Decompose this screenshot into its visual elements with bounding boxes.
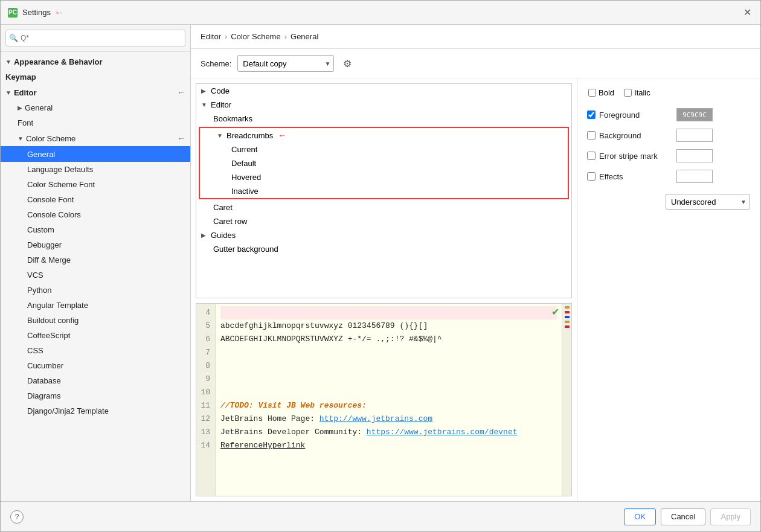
sidebar-item-console-colors[interactable]: Console Colors [1,207,190,222]
tree-item-inactive[interactable]: Inactive [200,184,568,198]
scheme-select-wrap: Default copy Default Darcula High Contra… [237,55,334,72]
general-cs-arrow-annotation: ← [177,149,185,159]
search-input[interactable] [5,30,185,46]
sidebar-item-vcs[interactable]: VCS [1,268,190,283]
sidebar-item-appearance[interactable]: ▼ Appearance & Behavior [1,54,190,69]
sidebar-item-color-scheme[interactable]: ▼ Color Scheme ← [1,130,190,146]
sidebar-label-buildout: Buildout config [27,316,185,325]
code-line-4 [220,306,557,319]
sidebar-label-diff-merge: Diff & Merge [27,255,185,264]
background-label: Background [599,131,672,140]
foreground-checkbox[interactable] [587,111,596,119]
sidebar-label-django: Django/Jinja2 Template [27,406,185,415]
window-title: Settings [22,8,51,17]
code-link-home[interactable]: http://www.jetbrains.com [319,414,432,423]
italic-check-item: Italic [624,88,650,97]
italic-checkbox[interactable] [624,89,632,97]
background-color-box[interactable] [676,129,713,142]
tree-item-current[interactable]: Current [200,143,568,156]
sidebar-item-general[interactable]: ▶ General [1,100,190,115]
sidebar-label-diagrams: Diagrams [27,391,185,400]
bottom-right: OK Cancel Apply [624,508,751,525]
sidebar-item-debugger[interactable]: Debugger [1,237,190,252]
sidebar-item-cucumber[interactable]: Cucumber [1,358,190,373]
cancel-button[interactable]: Cancel [661,508,705,525]
effects-checkbox[interactable] [587,172,596,181]
tree-item-caret-row[interactable]: Caret row [196,214,571,228]
sidebar-label-angular: Angular Template [27,301,185,310]
sidebar-items: ▼ Appearance & Behavior Keymap ▼ Editor … [1,52,190,501]
titlebar: PC Settings ← ✕ [1,1,760,25]
sidebar-item-django[interactable]: Django/Jinja2 Template [1,403,190,418]
code-ref-hyperlink: ReferenceHyperlink [220,441,305,450]
error-stripe-row: Error stripe mark [587,148,751,164]
underscored-select[interactable]: Underscored Underwaved Bordered Bold Und… [666,194,750,210]
background-checkbox[interactable] [587,131,596,139]
sidebar-item-diagrams[interactable]: Diagrams [1,388,190,403]
app-icon: PC [8,8,18,18]
close-button[interactable]: ✕ [741,7,753,19]
gutter-mark-4 [565,321,570,323]
checkmark-icon: ✔ [551,306,559,318]
split-panel: ▶ Code ▼ Editor Bookmarks [191,79,760,501]
tree-label-default: Default [231,159,256,168]
scheme-gear-button[interactable]: ⚙ [340,56,355,71]
tree-item-guides[interactable]: ▶ Guides [196,228,571,242]
breadcrumb-editor: Editor [201,32,221,41]
foreground-color-box[interactable]: 9C9C9C [676,108,713,121]
tree-item-breadcrumbs[interactable]: ▼ Breadcrumbs ← [200,128,568,143]
tree-item-caret[interactable]: Caret [196,200,571,214]
sidebar-item-database[interactable]: Database [1,373,190,388]
tree-item-gutter-bg[interactable]: Gutter background [196,242,571,256]
error-stripe-checkbox[interactable] [587,152,596,160]
effects-color-box[interactable] [676,170,713,183]
tree-label-breadcrumbs: Breadcrumbs [226,131,273,140]
sidebar-item-custom[interactable]: Custom [1,222,190,237]
code-line-6: ABCDEFGHIJKLMNOPQRSTUVWXYZ +-*/= .,;:!? … [220,333,557,346]
sidebar-item-diff-merge[interactable]: Diff & Merge [1,252,190,268]
sidebar-item-language-defaults[interactable]: Language Defaults [1,162,190,177]
gutter-right [562,304,571,496]
code-link-devnet[interactable]: https://www.jetbrains.com/devnet [367,428,518,437]
tree-item-bookmarks[interactable]: Bookmarks [196,112,571,126]
sidebar-item-console-font[interactable]: Console Font [1,192,190,207]
tree-item-editor-group[interactable]: ▼ Editor [196,98,571,112]
bold-checkbox[interactable] [588,89,596,97]
bottom-left: ? [10,510,24,524]
sidebar-item-editor[interactable]: ▼ Editor ← [1,85,190,100]
sidebar-label-console-colors: Console Colors [27,210,185,219]
code-line-11: //TODO: Visit JB Web resources: [220,399,557,412]
tree-item-hovered[interactable]: Hovered [200,170,568,184]
error-stripe-color-box[interactable] [676,149,713,162]
sidebar-label-color-scheme-font: Color Scheme Font [27,180,185,189]
scheme-bar: Scheme: Default copy Default Darcula Hig… [191,49,760,79]
sidebar-item-color-scheme-font[interactable]: Color Scheme Font [1,177,190,192]
sidebar-label-editor: Editor [14,88,173,97]
gutter-mark-5 [565,325,570,328]
ok-button[interactable]: OK [624,508,656,525]
sidebar-item-buildout[interactable]: Buildout config [1,313,190,328]
sidebar-label-vcs: VCS [27,271,185,280]
apply-button[interactable]: Apply [710,508,751,525]
sidebar-label-cucumber: Cucumber [27,361,185,370]
help-button[interactable]: ? [10,510,24,524]
breadcrumb-sep2: › [284,32,287,41]
underscored-wrap: Underscored Underwaved Bordered Bold Und… [666,194,750,210]
tree-panel: ▶ Code ▼ Editor Bookmarks [191,79,577,501]
sidebar-item-coffeescript[interactable]: CoffeeScript [1,328,190,343]
sidebar-item-python[interactable]: Python [1,283,190,298]
sidebar-item-keymap[interactable]: Keymap [1,69,190,85]
tree-label-gutter-bg: Gutter background [213,245,278,254]
sidebar-item-general-cs[interactable]: General ← [1,146,190,162]
tree-item-default[interactable]: Default [200,156,568,170]
scheme-select[interactable]: Default copy Default Darcula High Contra… [237,55,334,72]
tree-item-code[interactable]: ▶ Code [196,84,571,98]
sidebar-item-css[interactable]: CSS [1,343,190,358]
preview-panel: ✔ 4 5 6 7 8 9 10 11 12 [196,303,572,496]
sidebar-label-general: General [25,103,185,112]
breadcrumb-sep1: › [225,32,227,41]
expand-icon-general: ▶ [18,104,22,111]
settings-window: PC Settings ← ✕ 🔍 ▼ Appearance & Behavio… [0,0,761,532]
sidebar-item-angular[interactable]: Angular Template [1,298,190,313]
sidebar-item-font[interactable]: Font [1,115,190,130]
